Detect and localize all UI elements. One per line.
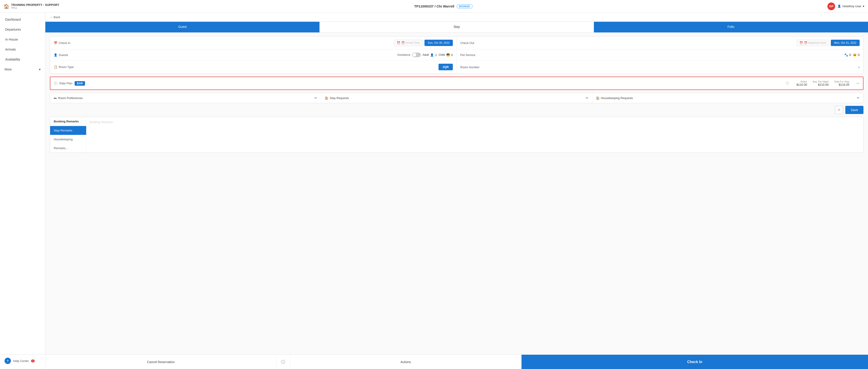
info-icon[interactable]: ⓘ xyxy=(786,81,789,86)
sidebar-item-label: Dashboard xyxy=(5,18,21,21)
checkout-date-button[interactable]: Mon, Oct 31, 2022 xyxy=(831,40,860,46)
cancel-reservation-button[interactable]: Cancel Reservation xyxy=(45,355,277,369)
child-count: Child 🧒 0 xyxy=(438,53,453,57)
actions-button[interactable]: Actions xyxy=(290,355,522,369)
room-type-controls: 2QR xyxy=(79,64,453,70)
tab-other-remarks[interactable]: Remarks... xyxy=(50,144,86,153)
tab-stay-remarks[interactable]: Stay Remarks xyxy=(50,126,86,135)
assistance-label: Assistance xyxy=(397,53,410,57)
dog-count: 🐾 0 xyxy=(844,53,851,57)
checkout-row: Check Out ⏰ ⏰ Departure time Mon, Oct 31… xyxy=(457,36,863,49)
arrival-time-input[interactable]: ⏰ ⏰ Arrival Time xyxy=(394,40,423,46)
pref-label-wrap: 🏠 Stay Requests xyxy=(325,96,349,100)
tab-housekeeping-remarks[interactable]: Housekeeping xyxy=(50,135,86,144)
pet-service-row: Pet Service 🐾 0 🐱 0 xyxy=(457,49,863,61)
info-button[interactable]: ⓘ xyxy=(277,355,290,369)
save-button[interactable]: Save xyxy=(845,106,864,114)
guests-row: 👤 Guests Assistance Adult 👤 xyxy=(50,49,457,61)
remarks-tab-list: Booking Remarks Stay Remarks Housekeepin… xyxy=(50,117,86,153)
housekeeping-label: Housekeeping Requests xyxy=(601,96,633,100)
property-name: TRAINING PROPERTY - SUPPORT xyxy=(11,3,59,7)
help-icon: ? xyxy=(4,358,11,364)
header-center: TP11000337 / Chi Warrell BOOKED xyxy=(414,4,472,8)
chevron-down-icon: ▾ xyxy=(863,4,864,8)
sidebar-item-label: In House xyxy=(5,38,18,41)
layout: Dashboard Departures In House Arrivals A… xyxy=(0,13,868,369)
rate-plan-label: Rate Plan xyxy=(59,81,72,85)
info-icon: ⓘ xyxy=(281,359,285,365)
stay-icon: 🏠 xyxy=(325,96,328,100)
cat-count: 🐱 0 xyxy=(853,53,860,57)
reservation-id: TP11000337 / Chi Warrell xyxy=(414,4,454,8)
sidebar-item-availability[interactable]: Availability xyxy=(0,55,45,64)
housekeeping-edit-icon[interactable]: ✏ xyxy=(857,96,860,100)
property-info: TRAINING PROPERTY - SUPPORT TP11 xyxy=(11,3,59,9)
departure-time-input[interactable]: ⏰ ⏰ Departure time xyxy=(797,40,829,46)
tab-stay[interactable]: Stay xyxy=(319,22,594,32)
plus-icon: + xyxy=(838,107,840,113)
user-name: HotelKey User xyxy=(842,4,861,8)
help-label: Help Center xyxy=(13,359,29,363)
help-center[interactable]: ? Help Center 1 xyxy=(0,354,45,367)
tab-bar: Guest Stay Folio xyxy=(45,22,868,33)
sidebar: Dashboard Departures In House Arrivals A… xyxy=(0,13,45,369)
rate-plan-badge[interactable]: BAR xyxy=(74,81,85,86)
calendar-icon: 📅 xyxy=(54,41,57,45)
property-id: TP11 xyxy=(11,7,59,9)
room-type-icon: 📋 xyxy=(54,65,57,69)
user-menu[interactable]: 👤 HotelKey User ▾ xyxy=(837,4,864,8)
tab-folio[interactable]: Folio xyxy=(594,22,868,32)
remarks-content-area[interactable]: Booking Remarks xyxy=(86,117,863,153)
total-for-stay-column: Total For Stay $116.05 xyxy=(834,80,849,86)
bed-icon: 🛏 xyxy=(54,96,57,100)
room-type-button[interactable]: 2QR xyxy=(438,64,453,70)
avg-per-night-column: Avg. Per Night $110.00 xyxy=(812,80,829,86)
pref-label-wrap: 🛏 Room Preferences xyxy=(54,96,83,100)
sidebar-item-label: Departures xyxy=(5,28,21,31)
checkin-date-button[interactable]: Sun, Oct 30, 2022 xyxy=(425,40,453,46)
checkin-controls: ⏰ ⏰ Arrival Time Sun, Oct 30, 2022 xyxy=(79,40,453,46)
add-button[interactable]: + xyxy=(835,106,843,114)
room-preferences-item: 🛏 Room Preferences ✏ xyxy=(50,93,321,103)
checkin-button[interactable]: Check In xyxy=(522,355,868,369)
rate-plan-icon: ⓘ xyxy=(54,81,57,86)
sidebar-item-more[interactable]: More ▾ xyxy=(0,64,45,74)
rate-plan-section: ⓘ Rate Plan BAR ⓘ Rates $110.00 Avg. Per… xyxy=(50,77,864,90)
preferences-grid: 🛏 Room Preferences ✏ 🏠 Stay Requests ✏ 🏠 xyxy=(50,93,864,103)
sidebar-item-label: Availability xyxy=(5,58,20,61)
room-prefs-edit-icon[interactable]: ✏ xyxy=(314,96,317,100)
checkin-checkout-grid: 📅 Check In ⏰ ⏰ Arrival Time Sun, Oct 30,… xyxy=(50,36,864,74)
checkin-label: 📅 Check In xyxy=(54,41,76,45)
room-prefs-label: Room Preferences xyxy=(58,96,83,100)
checkin-row: 📅 Check In ⏰ ⏰ Arrival Time Sun, Oct 30,… xyxy=(50,36,457,49)
checkout-controls: ⏰ ⏰ Departure time Mon, Oct 31, 2022 xyxy=(485,40,860,46)
stay-requests-label: Stay Requests xyxy=(330,96,349,100)
assistance-toggle[interactable] xyxy=(412,53,421,57)
person-icon: 👤 xyxy=(54,53,57,57)
chevron-right-icon[interactable]: › xyxy=(858,65,860,70)
edit-icon[interactable]: ✏ xyxy=(857,81,859,85)
sidebar-item-inhouse[interactable]: In House xyxy=(0,34,45,44)
pet-service-label: Pet Service xyxy=(460,53,483,57)
sidebar-item-arrivals[interactable]: Arrivals xyxy=(0,44,45,55)
sidebar-item-label: More xyxy=(4,68,12,71)
action-row: + Save xyxy=(50,106,864,114)
sidebar-item-departures[interactable]: Departures xyxy=(0,25,45,34)
back-link[interactable]: ← Back xyxy=(50,15,60,19)
adult-icon: 👤 xyxy=(430,53,434,57)
user-icon: 👤 xyxy=(837,4,841,8)
room-type-row: 📋 Room Type 2QR xyxy=(50,61,457,74)
pref-label-wrap: 🏠 Housekeeping Requests xyxy=(596,96,633,100)
notification-badge: 1 xyxy=(31,360,35,362)
stay-requests-item: 🏠 Stay Requests ✏ xyxy=(321,93,592,103)
sidebar-item-dashboard[interactable]: Dashboard xyxy=(0,14,45,25)
clock-icon: ⏰ xyxy=(397,41,400,44)
remarks-section: Booking Remarks Stay Remarks Housekeepin… xyxy=(50,117,864,153)
child-icon: 🧒 xyxy=(446,53,450,57)
top-header: 🏠 TRAINING PROPERTY - SUPPORT TP11 TP110… xyxy=(0,0,868,13)
stay-requests-edit-icon[interactable]: ✏ xyxy=(586,96,588,100)
cat-icon: 🐱 xyxy=(853,53,857,57)
content-area: 📅 Check In ⏰ ⏰ Arrival Time Sun, Oct 30,… xyxy=(45,33,868,355)
rate-plan-left: ⓘ Rate Plan BAR xyxy=(54,81,786,86)
tab-guest[interactable]: Guest xyxy=(45,22,319,32)
